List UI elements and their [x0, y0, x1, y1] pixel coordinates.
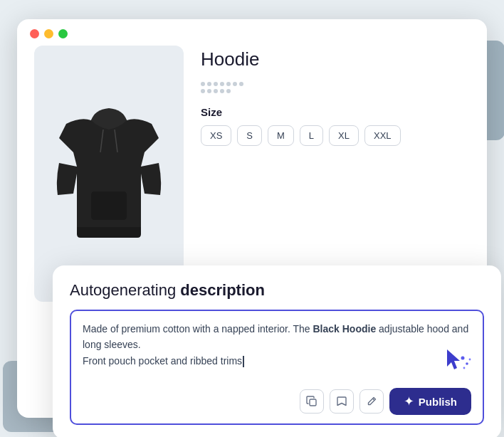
- textarea-toolbar: ✦ Publish: [83, 388, 471, 415]
- main-window: Hoodie Size XS S M L XL XXL: [17, 19, 487, 418]
- size-s[interactable]: S: [237, 125, 262, 146]
- size-buttons: XS S M L XL XXL: [201, 125, 470, 146]
- publish-plus-icon: ✦: [404, 394, 414, 409]
- svg-point-3: [461, 357, 465, 360]
- bookmark-button[interactable]: [330, 389, 354, 414]
- size-xs[interactable]: XS: [201, 125, 231, 146]
- maximize-dot[interactable]: [58, 29, 68, 38]
- description-bold-text: Black Hoodie: [313, 323, 376, 335]
- description-card: Autogenerating description Made of premi…: [53, 265, 501, 437]
- size-l[interactable]: L: [300, 125, 323, 146]
- size-xl[interactable]: XL: [329, 125, 359, 146]
- description-text: Made of premium cotton with a napped int…: [83, 321, 471, 378]
- edit-button[interactable]: [359, 389, 384, 414]
- description-textarea[interactable]: Made of premium cotton with a napped int…: [70, 310, 484, 425]
- product-image: [52, 102, 166, 245]
- svg-rect-7: [310, 399, 316, 406]
- product-title: Hoodie: [201, 48, 470, 70]
- text-cursor: [243, 356, 244, 367]
- description-heading: Autogenerating description: [70, 281, 484, 300]
- price-placeholder: [201, 82, 470, 86]
- size-xxl[interactable]: XXL: [364, 125, 401, 146]
- titlebar: [17, 19, 487, 46]
- svg-point-6: [469, 359, 471, 361]
- bookmark-icon: [336, 396, 347, 407]
- size-label: Size: [201, 106, 470, 118]
- price-placeholder-2: [201, 89, 470, 93]
- product-details: Hoodie Size XS S M L XL XXL: [201, 46, 470, 302]
- publish-button[interactable]: ✦ Publish: [389, 388, 471, 415]
- publish-label: Publish: [419, 396, 457, 408]
- svg-marker-2: [447, 349, 460, 369]
- size-section: Size XS S M L XL XXL: [201, 106, 470, 146]
- size-m[interactable]: M: [268, 125, 294, 146]
- svg-point-4: [466, 362, 468, 365]
- minimize-dot[interactable]: [44, 29, 53, 38]
- copy-button[interactable]: [300, 389, 324, 414]
- copy-icon: [306, 396, 317, 407]
- edit-icon: [366, 396, 377, 407]
- close-dot[interactable]: [30, 29, 39, 38]
- ai-sparkle-icon: [444, 347, 473, 375]
- svg-point-5: [463, 367, 466, 369]
- product-image-container: [34, 46, 184, 302]
